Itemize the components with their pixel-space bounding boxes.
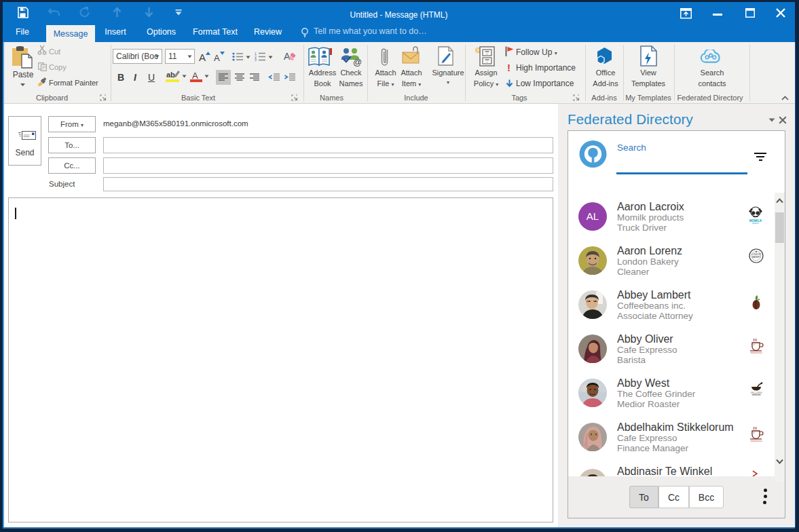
svg-text:BAKERY: BAKERY	[752, 256, 760, 259]
svg-text:expresso: expresso	[751, 439, 763, 442]
svg-text:3: 3	[255, 58, 257, 61]
svg-text:expresso: expresso	[751, 351, 763, 354]
svg-text:@: @	[353, 57, 362, 66]
svg-text:GRINDER: GRINDER	[752, 394, 761, 396]
svg-text:MOMILK: MOMILK	[749, 219, 762, 223]
svg-text:cafe: cafe	[751, 432, 756, 434]
svg-text:cafe: cafe	[751, 343, 756, 346]
svg-text:products: products	[752, 222, 760, 225]
